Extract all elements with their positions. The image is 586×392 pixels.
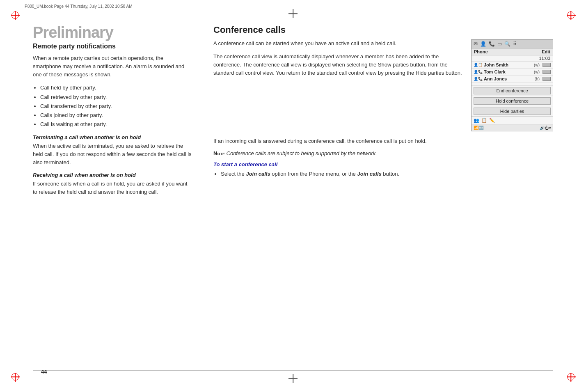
contact-row-3: 👤📞 Ann Jones (h) [472,76,553,83]
conference-section: A conference call can be started when yo… [213,39,553,131]
sub-heading-1: Terminating a call when another is on ho… [33,134,193,140]
contact-bar-1 [543,63,551,67]
conference-text: A conference call can be started when yo… [213,39,464,131]
contact-type-1: (w) [534,63,540,67]
phone-icon: 📞 [489,41,495,47]
contact-row-1: 👤📋 John Smith (w) [472,62,553,69]
center-top-mark [289,10,297,17]
contact-row-2: 👤📞 Tom Clark (w) [472,69,553,76]
procedure-bold-1: Join calls [246,171,270,177]
contacts-icon: 👥 [474,118,479,123]
reg-mark-bottom-right [567,373,575,381]
bottom-divider [33,370,553,371]
page-file-label: P800_UM.book Page 44 Thursday, July 11, … [25,4,133,9]
grid-icon: ⠿ [513,41,517,47]
contact-icon-2: 👤📞 [474,70,483,74]
procedure-item: Select the Join calls option from the Ph… [221,170,553,178]
sub-heading-2: Receiving a call when another is on hold [33,172,193,178]
list-item: Calls joined by other party. [40,111,193,119]
phone-menu-edit[interactable]: Edit [542,49,550,54]
note-paragraph: Note Conference calls are subject to bei… [213,150,553,156]
reg-mark-top-left [11,11,19,19]
procedure-text-2: option from the Phone menu, or the [272,171,356,177]
hide-parties-button[interactable]: Hide parties [474,108,551,115]
email-icon: ✉ [474,41,478,47]
contact-type-3: (h) [535,77,540,81]
contact-bar-2 [543,70,551,74]
conf-intro: A conference call can be started when yo… [213,39,464,48]
contact-bar-3 [543,77,551,81]
end-conference-row[interactable]: End conference [472,86,553,96]
conf-body-2: If an incoming call is answered during a… [213,137,553,145]
right-section-heading: Conference calls [213,25,553,35]
procedure-text-3: button. [383,171,399,177]
contact-icon-3: 👤📞 [474,77,483,81]
calendar-icon: ▭ [497,41,502,47]
bullet-list: Call held by other party. Call retrieved… [40,84,193,128]
contact-name-2: Tom Clark [484,69,533,74]
phone-spacer [472,83,553,86]
reg-mark-top-right [567,11,575,19]
signal-icon: 📶🔤 [474,126,483,130]
procedure-text-1: Select the [221,171,245,177]
list-item: Call retrieved by other party. [40,93,193,101]
contact-name-1: John Smith [484,62,533,67]
left-column: Preliminary Remote party notifications W… [33,25,205,367]
phone-status-bar: 📶🔤 🔊⏻▭ [472,125,553,131]
edit-icon: ✏️ [489,118,495,123]
end-conference-button[interactable]: End conference [474,87,551,94]
left-section-heading: Remote party notifications [33,43,193,50]
content-area: Preliminary Remote party notifications W… [33,25,553,367]
left-intro-text: When a remote party carries out certain … [33,54,193,79]
contact-name-3: Ann Jones [484,76,533,81]
list-item: Call is waiting at other party. [40,120,193,128]
clipboard-icon: 📋 [481,118,487,123]
conf-body-1: The conference call view is automaticall… [213,53,464,77]
battery-icon: 🔊⏻▭ [540,126,551,130]
procedure-bold-2: Join calls [357,171,381,177]
sub-text-1: When the active call is terminated, you … [33,142,193,167]
hold-conference-row[interactable]: Hold conference [472,96,553,106]
phone-time: 11:03 [472,55,553,62]
list-item: Call held by other party. [40,84,193,92]
contact-type-2: (w) [534,70,540,74]
note-label: Note [213,150,225,156]
phone-menu-bar: Phone Edit [472,48,553,55]
hide-parties-row[interactable]: Hide parties [472,106,553,117]
procedure-list: Select the Join calls option from the Ph… [221,170,553,178]
hold-conference-button[interactable]: Hold conference [474,97,551,105]
sub-text-2: If someone calls when a call is on hold,… [33,180,193,196]
right-column: Conference calls A conference call can b… [205,25,553,367]
address-icon: 👤 [480,41,486,47]
page-number: 44 [41,369,47,375]
list-item: Call transferred by other party. [40,102,193,110]
procedure-heading: To start a conference call [213,161,553,167]
search-icon: 🔍 [504,41,510,47]
phone-widget: ✉ 👤 📞 ▭ 🔍 ⠿ Phone Edit 11:03 👤📋 Jo [471,39,553,131]
reg-mark-bottom-left [11,373,19,381]
note-text-content: Conference calls are subject to being su… [227,150,377,156]
contact-icon-1: 👤📋 [474,63,483,67]
phone-menu-phone[interactable]: Phone [474,49,488,54]
phone-toolbar: ✉ 👤 📞 ▭ 🔍 ⠿ [472,40,553,48]
phone-bottom-icons-1: 👥 📋 ✏️ [472,117,553,125]
center-bottom-mark [289,375,297,382]
preliminary-heading: Preliminary [33,25,193,40]
